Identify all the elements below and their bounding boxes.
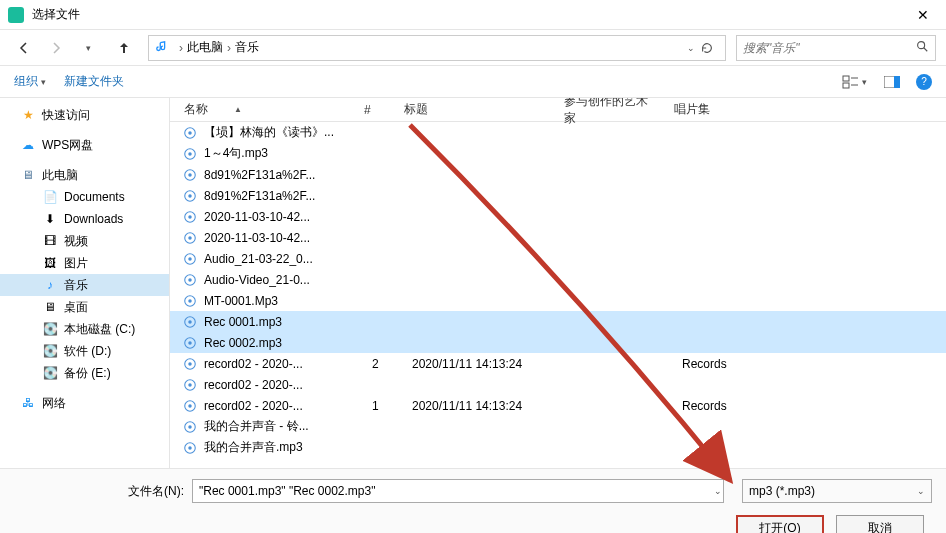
breadcrumb-root[interactable]: 此电脑	[187, 39, 223, 56]
sidebar-item-wps[interactable]: ☁WPS网盘	[0, 134, 169, 156]
file-tracknum: 1	[364, 399, 404, 413]
preview-pane-button[interactable]	[878, 72, 906, 92]
sidebar-item-thispc[interactable]: 🖥此电脑	[0, 164, 169, 186]
svg-rect-2	[843, 83, 849, 88]
close-button[interactable]: ✕	[908, 0, 938, 30]
file-album: Records	[674, 399, 754, 413]
sidebar-item-quickaccess[interactable]: ★快速访问	[0, 104, 169, 126]
search-input[interactable]	[743, 41, 915, 55]
breadcrumb-sep-icon: ›	[227, 41, 231, 55]
organize-menu[interactable]: 组织 ▾	[14, 73, 46, 90]
file-tracknum: 2	[364, 357, 404, 371]
file-name: record02 - 2020-...	[204, 399, 364, 413]
network-icon: 🖧	[20, 395, 36, 411]
filename-input[interactable]	[192, 479, 724, 503]
sidebar-item-diske[interactable]: 💽备份 (E:)	[0, 362, 169, 384]
column-album[interactable]: 唱片集	[666, 101, 746, 118]
filename-dropdown-icon[interactable]: ⌄	[714, 486, 722, 496]
audio-file-icon	[182, 125, 198, 141]
svg-point-6	[188, 131, 192, 135]
sidebar-item-diskd[interactable]: 💽软件 (D:)	[0, 340, 169, 362]
file-row[interactable]: 【埙】林海的《读书》...	[170, 122, 946, 143]
file-row[interactable]: 我的合并声音.mp3	[170, 437, 946, 458]
file-name: 我的合并声音.mp3	[204, 439, 364, 456]
audio-file-icon	[182, 398, 198, 414]
files-container[interactable]: 【埙】林海的《读书》...1～4句.mp38d91%2F131a%2F...8d…	[170, 122, 946, 468]
picture-icon: 🖼	[42, 255, 58, 271]
file-type-filter[interactable]: mp3 (*.mp3)⌄	[742, 479, 932, 503]
document-icon: 📄	[42, 189, 58, 205]
file-name: 2020-11-03-10-42...	[204, 210, 364, 224]
file-row[interactable]: 2020-11-03-10-42...	[170, 227, 946, 248]
file-name: MT-0001.Mp3	[204, 294, 364, 308]
view-mode-button[interactable]: ▾	[840, 72, 868, 92]
window-title: 选择文件	[32, 6, 908, 23]
new-folder-button[interactable]: 新建文件夹	[64, 73, 124, 90]
audio-file-icon	[182, 209, 198, 225]
file-row[interactable]: record02 - 2020-...12020/11/11 14:13:24R…	[170, 395, 946, 416]
file-name: Rec 0001.mp3	[204, 315, 364, 329]
file-row[interactable]: 2020-11-03-10-42...	[170, 206, 946, 227]
audio-file-icon	[182, 356, 198, 372]
music-icon: ♪	[42, 277, 58, 293]
svg-point-8	[188, 152, 192, 156]
svg-point-10	[188, 173, 192, 177]
forward-button[interactable]	[42, 34, 70, 62]
file-row[interactable]: 8d91%2F131a%2F...	[170, 164, 946, 185]
breadcrumb-sep-icon: ›	[179, 41, 183, 55]
column-num[interactable]: #	[356, 103, 396, 117]
sidebar-item-desktop[interactable]: 🖥桌面	[0, 296, 169, 318]
address-dropdown-icon[interactable]: ⌄	[687, 43, 695, 53]
recent-dropdown[interactable]: ▾	[74, 34, 102, 62]
file-row[interactable]: 1～4句.mp3	[170, 143, 946, 164]
audio-file-icon	[182, 188, 198, 204]
file-album: Records	[674, 357, 754, 371]
sidebar-item-music[interactable]: ♪音乐	[0, 274, 169, 296]
refresh-button[interactable]	[695, 41, 719, 55]
file-name: Audio-Video_21-0...	[204, 273, 364, 287]
audio-file-icon	[182, 230, 198, 246]
audio-file-icon	[182, 419, 198, 435]
back-button[interactable]	[10, 34, 38, 62]
sidebar-item-diskc[interactable]: 💽本地磁盘 (C:)	[0, 318, 169, 340]
up-button[interactable]	[110, 34, 138, 62]
search-box[interactable]	[736, 35, 936, 61]
file-row[interactable]: record02 - 2020-...	[170, 374, 946, 395]
column-name[interactable]: 名称▲	[176, 101, 356, 118]
file-title: 2020/11/11 14:13:24	[404, 357, 564, 371]
sidebar-item-network[interactable]: 🖧网络	[0, 392, 169, 414]
sidebar-item-downloads[interactable]: ⬇Downloads	[0, 208, 169, 230]
column-title[interactable]: 标题	[396, 101, 556, 118]
svg-point-20	[188, 278, 192, 282]
file-row[interactable]: record02 - 2020-...22020/11/11 14:13:24R…	[170, 353, 946, 374]
sidebar-item-videos[interactable]: 🎞视频	[0, 230, 169, 252]
help-button[interactable]: ?	[916, 74, 932, 90]
svg-point-12	[188, 194, 192, 198]
desktop-icon: 🖥	[42, 299, 58, 315]
file-row[interactable]: MT-0001.Mp3	[170, 290, 946, 311]
toolbar: 组织 ▾ 新建文件夹 ▾ ?	[0, 66, 946, 98]
file-row[interactable]: 我的合并声音 - 铃...	[170, 416, 946, 437]
svg-point-32	[188, 404, 192, 408]
svg-point-28	[188, 362, 192, 366]
file-row[interactable]: Audio-Video_21-0...	[170, 269, 946, 290]
file-row[interactable]: 8d91%2F131a%2F...	[170, 185, 946, 206]
file-name: 2020-11-03-10-42...	[204, 231, 364, 245]
file-name: 1～4句.mp3	[204, 145, 364, 162]
chevron-down-icon: ⌄	[917, 486, 925, 496]
svg-rect-4	[894, 76, 900, 88]
file-row[interactable]: Audio_21-03-22_0...	[170, 248, 946, 269]
file-row[interactable]: Rec 0002.mp3	[170, 332, 946, 353]
sidebar-item-pictures[interactable]: 🖼图片	[0, 252, 169, 274]
sidebar-item-documents[interactable]: 📄Documents	[0, 186, 169, 208]
file-name: 我的合并声音 - 铃...	[204, 418, 364, 435]
breadcrumb-folder[interactable]: 音乐	[235, 39, 259, 56]
search-icon[interactable]	[915, 39, 929, 56]
svg-point-14	[188, 215, 192, 219]
file-title: 2020/11/11 14:13:24	[404, 399, 564, 413]
cancel-button[interactable]: 取消	[836, 515, 924, 533]
address-bar[interactable]: › 此电脑 › 音乐 ⌄	[148, 35, 726, 61]
file-row[interactable]: Rec 0001.mp3	[170, 311, 946, 332]
open-button[interactable]: 打开(O)	[736, 515, 824, 533]
file-name: 8d91%2F131a%2F...	[204, 189, 364, 203]
